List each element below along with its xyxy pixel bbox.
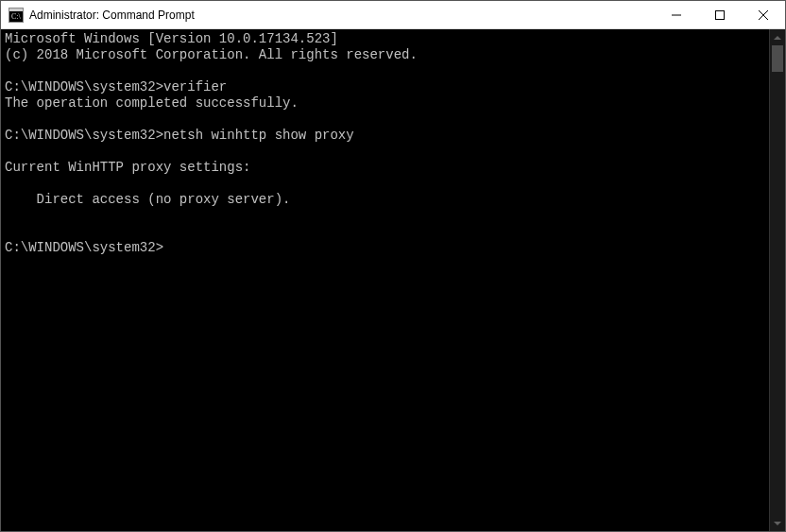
maximize-button[interactable] [698, 1, 742, 28]
terminal-prompt: C:\WINDOWS\system32> [5, 240, 163, 255]
terminal-output[interactable]: Microsoft Windows [Version 10.0.17134.52… [1, 29, 769, 531]
titlebar[interactable]: C:\ Administrator: Command Prompt [1, 1, 785, 29]
terminal-command: verifier [163, 79, 227, 94]
terminal-prompt: C:\WINDOWS\system32> [5, 79, 163, 94]
svg-rect-2 [9, 9, 23, 11]
terminal-line: (c) 2018 Microsoft Corporation. All righ… [5, 47, 418, 62]
scrollbar-down-icon[interactable] [770, 515, 785, 531]
terminal-command: netsh winhttp show proxy [163, 128, 354, 143]
scrollbar-up-icon[interactable] [770, 29, 785, 45]
terminal-area: Microsoft Windows [Version 10.0.17134.52… [1, 29, 785, 531]
window-title: Administrator: Command Prompt [29, 9, 655, 22]
command-prompt-window: C:\ Administrator: Command Prompt Micros… [0, 0, 786, 532]
svg-text:C:\: C:\ [11, 12, 22, 21]
svg-rect-5 [716, 10, 725, 19]
cmd-icon: C:\ [9, 8, 24, 23]
terminal-line: Current WinHTTP proxy settings: [5, 160, 250, 175]
svg-marker-8 [774, 36, 781, 40]
minimize-button[interactable] [655, 1, 698, 28]
svg-marker-9 [774, 522, 781, 525]
scrollbar[interactable] [769, 29, 785, 531]
terminal-prompt: C:\WINDOWS\system32> [5, 128, 163, 143]
close-button[interactable] [742, 1, 785, 28]
scrollbar-track[interactable] [770, 45, 785, 515]
scrollbar-thumb[interactable] [772, 45, 783, 72]
terminal-line: The operation completed successfully. [5, 95, 299, 111]
window-controls [655, 1, 785, 28]
terminal-line: Direct access (no proxy server). [5, 192, 290, 207]
terminal-line: Microsoft Windows [Version 10.0.17134.52… [5, 31, 338, 46]
